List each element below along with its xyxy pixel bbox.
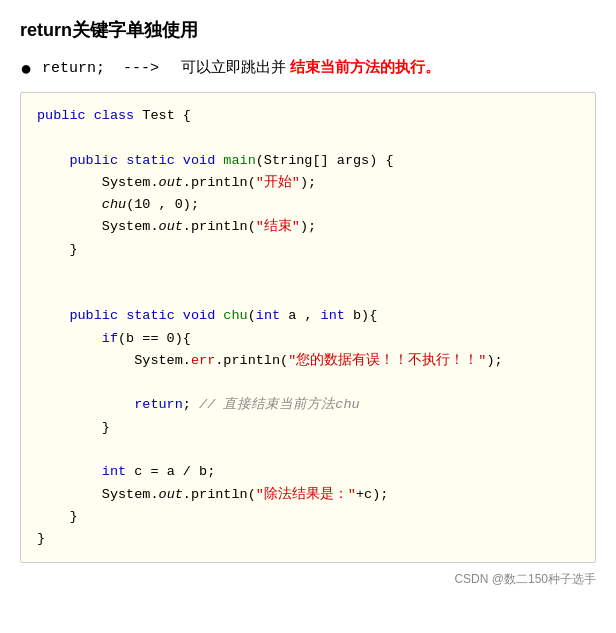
code-line-10: public static void chu(int a , int b){ — [37, 305, 579, 327]
code-line-20: } — [37, 528, 579, 550]
code-line-16 — [37, 439, 579, 461]
code-line-7: } — [37, 239, 579, 261]
bullet-line: ● return; ---> 可以立即跳出并结束当前方法的执行。 — [20, 58, 596, 78]
page-title: return关键字单独使用 — [20, 18, 596, 42]
code-line-2 — [37, 127, 579, 149]
code-line-9 — [37, 283, 579, 305]
bullet-desc-red: 结束当前方法的执行。 — [290, 58, 440, 75]
code-line-12: System.err.println("您的数据有误！！不执行！！"); — [37, 350, 579, 372]
code-block: public class Test { public static void m… — [20, 92, 596, 563]
code-line-18: System.out.println("除法结果是："+c); — [37, 484, 579, 506]
bullet-dot: ● — [20, 58, 32, 78]
bullet-code: return; — [42, 60, 105, 77]
code-line-14: return; // 直接结束当前方法chu — [37, 394, 579, 416]
code-line-11: if(b == 0){ — [37, 328, 579, 350]
code-line-19: } — [37, 506, 579, 528]
code-line-4: System.out.println("开始"); — [37, 172, 579, 194]
code-line-13 — [37, 372, 579, 394]
code-line-1: public class Test { — [37, 105, 579, 127]
code-line-8 — [37, 261, 579, 283]
bullet-desc-plain: 可以立即跳出并 — [181, 58, 286, 75]
code-line-17: int c = a / b; — [37, 461, 579, 483]
code-line-6: System.out.println("结束"); — [37, 216, 579, 238]
code-line-5: chu(10 , 0); — [37, 194, 579, 216]
watermark: CSDN @数二150种子选手 — [20, 571, 596, 588]
bullet-arrow: ---> — [105, 60, 177, 77]
code-line-3: public static void main(String[] args) { — [37, 150, 579, 172]
code-line-15: } — [37, 417, 579, 439]
